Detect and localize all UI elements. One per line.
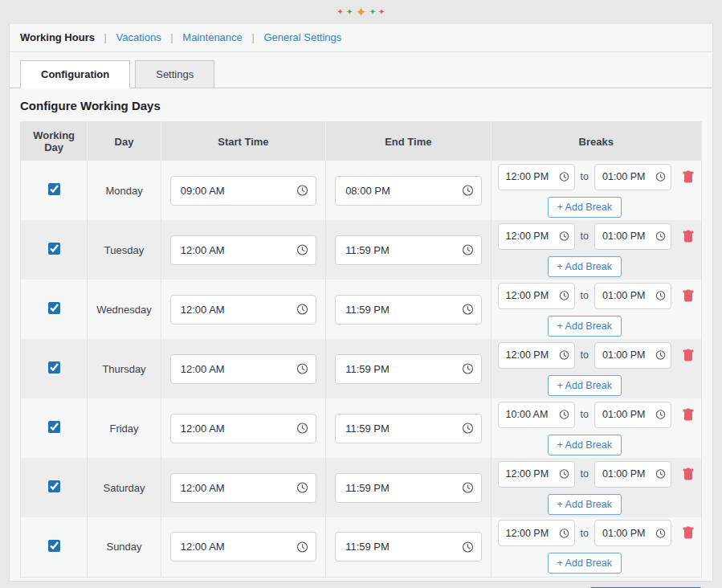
working-day-checkbox[interactable] [48,421,60,433]
add-break-button[interactable]: + Add Break [548,435,622,455]
sparkle-icon: ✦ [369,8,376,16]
plugin-settings-panel: Working Hours | Vacations | Maintenance … [9,24,713,582]
end-time-input[interactable] [335,176,481,206]
end-time-input[interactable] [335,295,481,325]
add-break-button[interactable]: + Add Break [548,494,622,515]
nav-separator: | [104,31,107,43]
working-days-table: Working Day Day Start Time End Time Brea… [20,121,702,578]
delete-break-button[interactable] [682,468,695,481]
working-day-checkbox[interactable] [48,540,60,552]
day-label: Tuesday [104,244,144,256]
trash-icon [682,349,695,362]
working-day-checkbox[interactable] [48,480,60,492]
column-header-day: Day [88,122,161,161]
page-title: Configure Working Days [20,99,702,112]
save-row: Save Working Days [10,578,712,588]
break-end-input[interactable] [594,164,671,190]
break-start-input[interactable] [498,164,575,190]
break-end-input[interactable] [594,402,671,428]
nav-item-working-hours[interactable]: Working Hours [20,31,95,43]
table-row: Saturday to [21,458,702,517]
nav-item-maintenance[interactable]: Maintenance [182,31,242,43]
start-time-input[interactable] [170,354,316,384]
nav-separator: | [251,31,254,43]
delete-break-button[interactable] [682,526,695,540]
working-day-checkbox[interactable] [48,243,60,255]
delete-break-button[interactable] [682,349,695,362]
nav-item-general-settings[interactable]: General Settings [263,31,341,43]
end-time-input[interactable] [335,473,481,503]
break-start-input[interactable] [498,342,575,369]
start-time-input[interactable] [170,532,316,561]
top-navigation: Working Hours | Vacations | Maintenance … [10,24,712,52]
break-to-label: to [581,290,589,301]
start-time-input[interactable] [170,473,316,503]
break-to-label: to [581,409,589,420]
column-header-start-time: Start Time [161,122,325,161]
logo-sparkles: ✦✦✦✦✦ [337,6,385,19]
add-break-button[interactable]: + Add Break [548,197,622,218]
table-row: Wednesday t [21,280,702,339]
add-break-button[interactable]: + Add Break [548,553,622,574]
break-end-input[interactable] [594,223,671,250]
start-time-input[interactable] [170,176,316,206]
delete-break-button[interactable] [682,170,695,184]
table-row: Sunday to [21,517,702,577]
add-break-button[interactable]: + Add Break [548,316,622,337]
table-row: Monday to [21,161,702,220]
break-end-input[interactable] [594,461,671,488]
end-time-input[interactable] [335,354,481,384]
trash-icon [682,408,695,422]
tab-settings[interactable]: Settings [135,60,214,88]
table-row: Thursday to [21,339,702,398]
column-header-breaks: Breaks [491,122,701,161]
trash-icon [682,468,695,481]
day-label: Thursday [102,363,145,375]
table-header-row: Working Day Day Start Time End Time Brea… [21,122,702,161]
table-row: Tuesday to [21,220,702,280]
break-end-input[interactable] [594,342,671,369]
break-start-input[interactable] [498,283,575,309]
column-header-working-day: Working Day [21,122,88,161]
day-label: Sunday [106,541,141,553]
break-to-label: to [581,468,589,480]
day-label: Monday [105,185,142,197]
break-start-input[interactable] [498,223,575,250]
top-bar: ✦✦✦✦✦ [0,0,722,24]
trash-icon [682,170,695,184]
break-end-input[interactable] [594,520,671,546]
working-day-checkbox[interactable] [48,361,60,374]
tab-bar: Configuration Settings [10,60,712,88]
end-time-input[interactable] [335,235,481,265]
working-day-checkbox[interactable] [48,183,60,195]
trash-icon [682,289,695,303]
delete-break-button[interactable] [682,408,695,422]
end-time-input[interactable] [335,414,481,443]
tab-configuration[interactable]: Configuration [20,60,130,88]
break-start-input[interactable] [498,520,575,546]
delete-break-button[interactable] [682,230,695,243]
nav-separator: | [170,31,173,43]
sparkle-icon: ✦ [337,8,344,16]
trash-icon [682,526,695,540]
end-time-input[interactable] [335,532,481,561]
start-time-input[interactable] [170,235,316,265]
break-end-input[interactable] [594,283,671,309]
start-time-input[interactable] [170,295,316,325]
start-time-input[interactable] [170,414,316,443]
break-to-label: to [581,528,589,539]
add-break-button[interactable]: + Add Break [548,375,622,396]
add-break-button[interactable]: + Add Break [548,256,622,277]
break-to-label: to [581,171,589,182]
working-day-checkbox[interactable] [48,302,60,314]
break-start-input[interactable] [498,461,575,488]
day-label: Friday [109,423,138,435]
delete-break-button[interactable] [682,289,695,303]
day-label: Wednesday [96,304,151,316]
break-to-label: to [581,231,589,242]
sparkle-icon: ✦ [355,6,366,19]
table-row: Friday to [21,398,702,458]
break-start-input[interactable] [498,402,575,428]
nav-item-vacations[interactable]: Vacations [116,31,161,43]
break-to-label: to [581,349,589,361]
